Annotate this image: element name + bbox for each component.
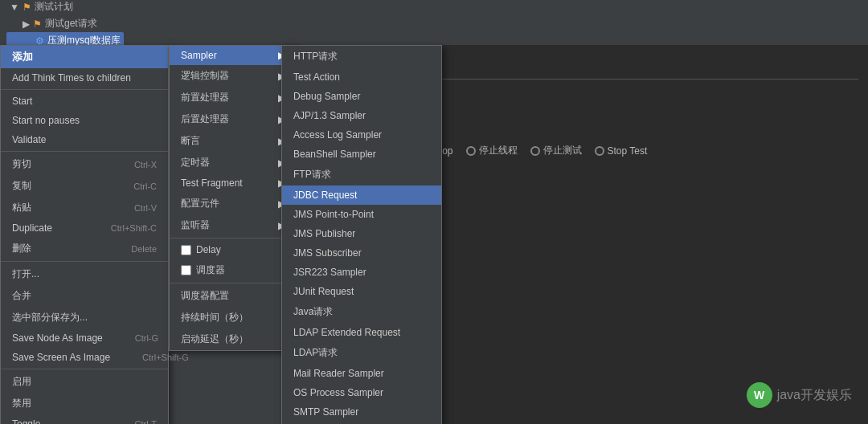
ctx-item-copy[interactable]: 复制 Ctrl-C bbox=[1, 175, 168, 197]
watermark-text: java开发娱乐 bbox=[777, 387, 852, 404]
watermark-icon: W bbox=[747, 382, 772, 408]
radio-circle-stop-thread bbox=[466, 146, 476, 156]
radio-circle-continue bbox=[295, 146, 305, 156]
radio-next-thread[interactable]: Start Next Thread Loop bbox=[340, 145, 453, 157]
radio-continue[interactable]: 继续 bbox=[295, 144, 327, 157]
submenu-scheduler-config[interactable]: 调度器配置 bbox=[170, 285, 297, 307]
scheduler-checkbox[interactable] bbox=[181, 265, 191, 275]
ctx-item-validate[interactable]: Validate bbox=[1, 130, 168, 149]
tree-icon: ▼ bbox=[10, 2, 19, 13]
submenu-divider2 bbox=[170, 283, 297, 283]
radio-stop-thread-label: 停止线程 bbox=[479, 144, 518, 157]
ctx-item-toggle[interactable]: Toggle Ctrl-T bbox=[1, 414, 168, 424]
tree-child1[interactable]: ▶ ⚑ 测试get请求 bbox=[6, 15, 100, 32]
divider-3 bbox=[1, 261, 168, 262]
watermark: W java开发娱乐 bbox=[747, 382, 852, 408]
radio-circle-stop-test bbox=[530, 146, 540, 156]
radio-stop-test-en-label: Stop Test bbox=[608, 145, 648, 157]
tree-root-label: 测试计划 bbox=[35, 0, 73, 14]
ctx-item-merge[interactable]: 合并 bbox=[1, 285, 168, 307]
tree-child1-label: 测试get请求 bbox=[45, 17, 97, 31]
ctx-item-cut[interactable]: 剪切 Ctrl-X bbox=[1, 153, 168, 175]
ctx-item-enable[interactable]: 启用 bbox=[1, 371, 168, 393]
submenu-listener[interactable]: 监听器 ▶ bbox=[170, 214, 297, 236]
ctx-item-start[interactable]: Start bbox=[1, 92, 168, 111]
ctx-item-save-partial[interactable]: 选中部分保存为... bbox=[1, 307, 168, 328]
divider-4 bbox=[1, 369, 168, 369]
submenu-post-processor[interactable]: 后置处理器 ▶ bbox=[170, 108, 297, 130]
ctx-item-disable[interactable]: 禁用 bbox=[1, 393, 168, 414]
submenu-logic-ctrl[interactable]: 逻辑控制器 ▶ bbox=[170, 65, 297, 87]
tree-root[interactable]: ▼ ⚑ 测试计划 bbox=[6, 0, 76, 15]
ctx-item-save-screen[interactable]: Save Screen As Image Ctrl+Shift-G bbox=[1, 348, 168, 367]
panel-title: 线程组 bbox=[295, 55, 858, 80]
radio-circle-next-thread bbox=[340, 146, 350, 156]
radio-stop-test[interactable]: 停止测试 bbox=[530, 144, 582, 157]
ctx-item-add-think[interactable]: Add Think Times to children bbox=[1, 68, 168, 88]
divider-1 bbox=[1, 89, 168, 90]
top-bar: ▼ ⚑ 测试计划 ▶ ⚑ 测试get请求 ⚙ 压测mysql数据库 bbox=[0, 0, 868, 48]
delay-checkbox[interactable] bbox=[181, 245, 191, 255]
radio-stop-test-label: 停止测试 bbox=[543, 144, 582, 157]
submenu-pre-processor[interactable]: 前置处理器 ▶ bbox=[170, 87, 297, 108]
radio-stop-thread[interactable]: 停止线程 bbox=[466, 144, 518, 157]
submenu-sampler[interactable]: Sampler ▶ bbox=[170, 46, 297, 65]
ctx-item-save-node[interactable]: Save Node As Image Ctrl-G bbox=[1, 328, 168, 348]
submenu-add[interactable]: Sampler ▶ 逻辑控制器 ▶ 前置处理器 ▶ 后置处理器 ▶ 断言 ▶ 定… bbox=[169, 45, 297, 351]
right-panel: 线程组 继续 Start Next Thread Loop 停止线程 停止测试 … bbox=[285, 45, 868, 424]
submenu-divider bbox=[170, 238, 297, 238]
radio-continue-label: 继续 bbox=[308, 144, 327, 157]
ctx-item-open[interactable]: 打开... bbox=[1, 263, 168, 285]
submenu-test-fragment[interactable]: Test Fragment ▶ bbox=[170, 173, 297, 193]
tree-expand-icon: ▶ bbox=[23, 18, 30, 30]
submenu-timer[interactable]: 定时器 ▶ bbox=[170, 152, 297, 173]
radio-stop-test-en[interactable]: Stop Test bbox=[595, 145, 648, 157]
radio-next-thread-label: Start Next Thread Loop bbox=[353, 145, 453, 157]
divider-2 bbox=[1, 151, 168, 152]
radio-row: 继续 Start Next Thread Loop 停止线程 停止测试 Stop… bbox=[295, 144, 858, 157]
radio-circle-stop-test-en bbox=[595, 146, 604, 156]
submenu-scheduler[interactable]: 调度器 bbox=[170, 259, 297, 281]
ctx-item-paste[interactable]: 粘贴 Ctrl-V bbox=[1, 197, 168, 218]
submenu-assertion[interactable]: 断言 ▶ bbox=[170, 130, 297, 152]
ctx-item-start-no-pauses[interactable]: Start no pauses bbox=[1, 111, 168, 130]
ctx-item-duplicate[interactable]: Duplicate Ctrl+Shift-C bbox=[1, 218, 168, 238]
ctx-item-delete[interactable]: 删除 Delete bbox=[1, 238, 168, 259]
submenu-delay[interactable]: Delay bbox=[170, 240, 297, 259]
submenu-startup-delay[interactable]: 启动延迟（秒） bbox=[170, 328, 297, 350]
submenu-duration[interactable]: 持续时间（秒） bbox=[170, 307, 297, 328]
submenu-config-element[interactable]: 配置元件 ▶ bbox=[170, 193, 297, 214]
ctx-menu-header[interactable]: 添加 bbox=[1, 46, 168, 68]
context-menu-main[interactable]: 添加 Add Think Times to children Start Sta… bbox=[0, 45, 169, 424]
